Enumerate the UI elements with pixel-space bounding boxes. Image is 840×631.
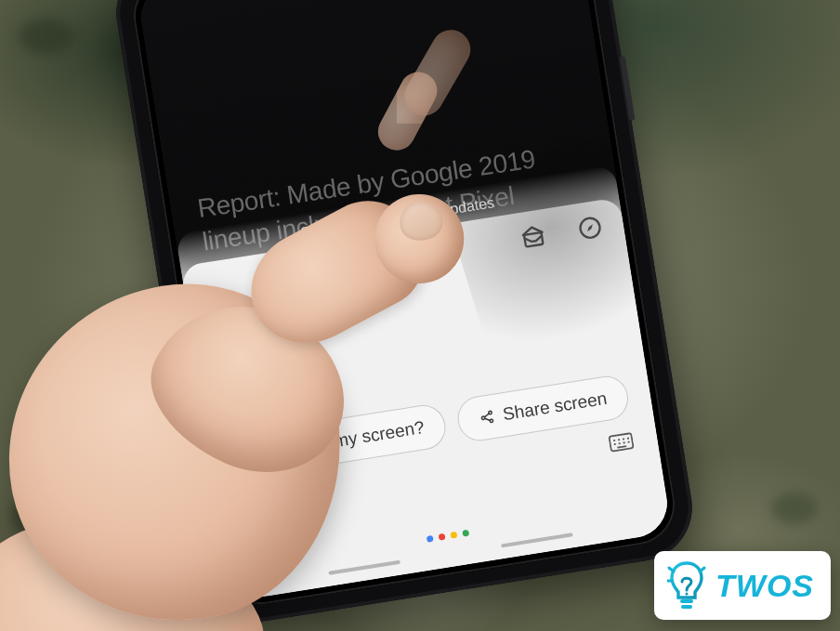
chip-share-screenshot[interactable]: Share screen bbox=[454, 374, 631, 444]
watermark-text: TWOS bbox=[715, 568, 814, 604]
svg-line-6 bbox=[484, 414, 490, 417]
svg-marker-2 bbox=[586, 224, 594, 231]
share-icon bbox=[478, 408, 497, 427]
lightbulb-idea-icon bbox=[667, 560, 706, 611]
suggestion-chip-row: on my screen? Share screen bbox=[230, 374, 631, 480]
svg-line-7 bbox=[485, 418, 491, 422]
pond-leaf bbox=[19, 19, 74, 54]
assistant-bottom-sheet[interactable]: Swipe up to see your updates bbox=[175, 164, 672, 602]
phone-screen: Report: Made by Google 2019 lineup inclu… bbox=[137, 0, 673, 601]
pond-leaf bbox=[771, 493, 818, 524]
svg-line-21 bbox=[700, 568, 704, 572]
chip-whats-on-my-screen[interactable]: on my screen? bbox=[285, 402, 449, 471]
assistant-inbox-icon[interactable] bbox=[518, 222, 548, 252]
chip-label: on my screen? bbox=[308, 417, 427, 455]
explore-compass-icon[interactable] bbox=[575, 213, 605, 243]
svg-rect-8 bbox=[609, 433, 633, 452]
google-dots-icon bbox=[427, 530, 470, 543]
photo-scene: Report: Made by Google 2019 lineup inclu… bbox=[0, 0, 840, 631]
phone: Report: Made by Google 2019 lineup inclu… bbox=[109, 0, 700, 629]
svg-line-20 bbox=[669, 568, 674, 572]
svg-rect-18 bbox=[680, 599, 693, 603]
watermark-badge: TWOS bbox=[654, 551, 831, 620]
svg-rect-19 bbox=[681, 605, 692, 609]
chip-label: Share screen bbox=[502, 388, 609, 425]
svg-line-17 bbox=[617, 446, 626, 448]
assistant-sheet-inner: on my screen? Share screen bbox=[180, 197, 672, 601]
google-assistant-logo-icon bbox=[219, 344, 244, 369]
pond-leaf bbox=[11, 488, 95, 544]
keyboard-icon[interactable] bbox=[608, 430, 635, 454]
